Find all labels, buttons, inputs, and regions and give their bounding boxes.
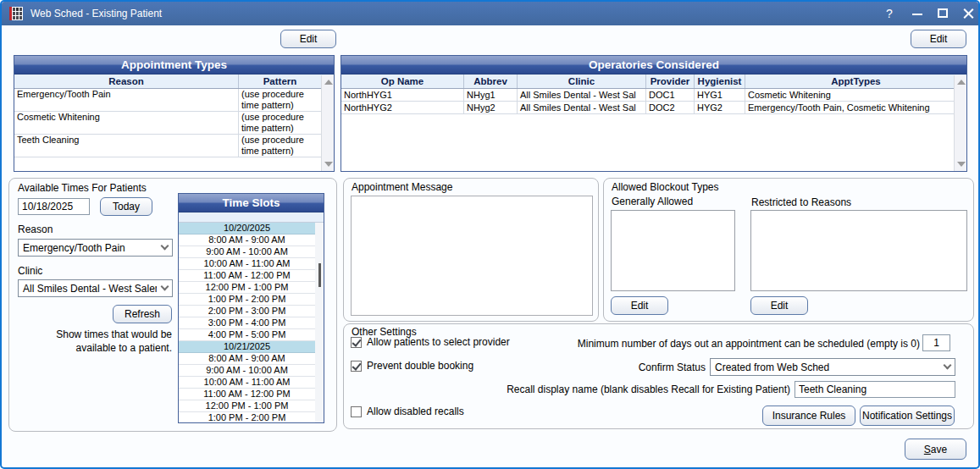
column-header-abbrev: Abbrev bbox=[464, 74, 518, 88]
prevent-double-booking-checkbox[interactable]: Prevent double booking bbox=[351, 360, 473, 372]
column-header-appttypes: ApptTypes bbox=[745, 74, 966, 88]
hygienist-cell: HYG2 bbox=[695, 102, 745, 113]
confirm-status-selected-value: Created from Web Sched bbox=[711, 361, 939, 373]
save-button[interactable]: Save bbox=[905, 439, 966, 460]
checkbox-label: Allow disabled recalls bbox=[367, 406, 464, 417]
column-header-pattern: Pattern bbox=[239, 74, 321, 88]
provider-cell: DOC2 bbox=[646, 102, 695, 113]
scroll-up-icon bbox=[324, 80, 333, 85]
available-times-title: Available Times For Patients bbox=[18, 182, 147, 194]
time-slot-row[interactable]: 9:00 AM - 10:00 AM bbox=[179, 365, 315, 377]
column-header-op-name: Op Name bbox=[341, 74, 464, 88]
recall-display-name-input[interactable] bbox=[795, 381, 955, 398]
chevron-down-icon bbox=[157, 246, 172, 249]
allowed-blockout-types-panel: Allowed Blockout Types Generally Allowed… bbox=[603, 178, 974, 322]
reason-selected-value: Emergency/Tooth Pain bbox=[19, 242, 157, 254]
time-slots-rows: 10/20/20258:00 AM - 9:00 AM9:00 AM - 10:… bbox=[179, 223, 324, 423]
generally-allowed-listbox[interactable] bbox=[611, 210, 735, 291]
appointment-type-row[interactable]: Emergency/Tooth Pain(use procedure time … bbox=[14, 89, 321, 112]
checkbox-label: Prevent double booking bbox=[367, 360, 473, 372]
time-slot-row[interactable]: 11:00 AM - 12:00 PM bbox=[179, 270, 315, 282]
clinic-selected-value: All Smiles Dental - West Salem bbox=[19, 283, 157, 295]
allow-disabled-recalls-checkbox[interactable]: Allow disabled recalls bbox=[351, 406, 464, 417]
help-button[interactable]: ? bbox=[878, 2, 900, 25]
column-header-hygienist: Hygienist bbox=[695, 74, 745, 88]
time-slots-grid: Time Slots 10/20/20258:00 AM - 9:00 AM9:… bbox=[178, 193, 324, 423]
time-slot-row[interactable]: 1:00 PM - 2:00 PM bbox=[179, 294, 315, 306]
op-name-cell: NorthHYG2 bbox=[341, 102, 464, 113]
window-title: Web Sched - Existing Patient bbox=[30, 2, 162, 25]
confirm-status-label: Confirm Status bbox=[621, 361, 706, 373]
scroll-down-icon bbox=[324, 162, 333, 167]
reason-select[interactable]: Emergency/Tooth Pain bbox=[18, 239, 173, 257]
available-times-hint: Show times that would be available to a … bbox=[18, 328, 172, 355]
time-slot-row[interactable]: 4:00 PM - 5:00 PM bbox=[179, 329, 315, 341]
reason-cell: Cosmetic Whitening bbox=[14, 112, 239, 134]
appointment-type-row[interactable]: Cosmetic Whitening(use procedure time pa… bbox=[14, 112, 321, 135]
scroll-down-icon bbox=[957, 162, 966, 167]
time-slot-row[interactable]: 1:00 PM - 2:00 PM bbox=[179, 412, 315, 423]
help-icon: ? bbox=[886, 7, 893, 20]
slot-date-row[interactable]: 10/21/2025 bbox=[179, 341, 315, 353]
operatory-row[interactable]: NorthHYG1NHyg1All Smiles Dental - West S… bbox=[341, 89, 954, 102]
time-slot-row[interactable]: 12:00 PM - 1:00 PM bbox=[179, 400, 315, 412]
date-input[interactable] bbox=[18, 198, 90, 215]
time-slot-row[interactable]: 10:00 AM - 11:00 AM bbox=[179, 377, 315, 389]
title-bar: Web Sched - Existing Patient ? bbox=[2, 2, 978, 25]
appttypes-cell: Emergency/Tooth Pain, Cosmetic Whitening bbox=[745, 102, 954, 113]
clinic-select[interactable]: All Smiles Dental - West Salem bbox=[18, 279, 173, 297]
appointment-message-textarea[interactable] bbox=[351, 196, 593, 316]
time-slot-row[interactable]: 8:00 AM - 9:00 AM bbox=[179, 234, 315, 246]
provider-cell: DOC1 bbox=[646, 89, 695, 101]
allow-select-provider-checkbox[interactable]: Allow patients to select provider bbox=[351, 336, 510, 348]
reason-cell: Teeth Cleaning bbox=[14, 135, 239, 157]
time-slot-row[interactable]: 8:00 AM - 9:00 AM bbox=[179, 353, 315, 365]
maximize-button[interactable] bbox=[932, 2, 954, 25]
checkbox-icon bbox=[351, 361, 362, 372]
time-slots-scrollbar[interactable] bbox=[315, 223, 324, 422]
edit-operatories-button[interactable]: Edit bbox=[911, 30, 966, 48]
refresh-button[interactable]: Refresh bbox=[113, 305, 172, 323]
abbrev-cell: NHyg1 bbox=[464, 89, 518, 101]
other-settings-panel: Other Settings Allow patients to select … bbox=[343, 323, 974, 429]
edit-generally-allowed-button[interactable]: Edit bbox=[611, 296, 668, 315]
time-slot-row[interactable]: 10:00 AM - 11:00 AM bbox=[179, 258, 315, 270]
time-slot-row[interactable]: 9:00 AM - 10:00 AM bbox=[179, 246, 315, 258]
min-days-input[interactable] bbox=[922, 334, 950, 351]
column-header-provider: Provider bbox=[646, 74, 695, 88]
slot-date-row[interactable]: 10/20/2025 bbox=[179, 223, 315, 234]
today-button[interactable]: Today bbox=[100, 197, 152, 216]
clinic-cell: All Smiles Dental - West Sal bbox=[518, 102, 646, 113]
appttypes-cell: Cosmetic Whitening bbox=[745, 89, 954, 101]
available-times-panel: Available Times For Patients Today Reaso… bbox=[8, 178, 337, 432]
hygienist-cell: HYG1 bbox=[695, 89, 745, 101]
time-slot-row[interactable]: 11:00 AM - 12:00 PM bbox=[179, 389, 315, 400]
notification-settings-button[interactable]: Notification Settings bbox=[860, 406, 955, 426]
time-slot-row[interactable]: 12:00 PM - 1:00 PM bbox=[179, 282, 315, 294]
appointment-message-title: Appointment Message bbox=[352, 181, 452, 193]
insurance-rules-button[interactable]: Insurance Rules bbox=[762, 406, 855, 426]
time-slot-row[interactable]: 3:00 PM - 4:00 PM bbox=[179, 317, 315, 329]
minimize-icon bbox=[912, 14, 922, 15]
appointment-type-row[interactable]: Teeth Cleaning(use procedure time patter… bbox=[14, 135, 321, 157]
minimize-button[interactable] bbox=[906, 2, 928, 25]
appointment-types-scrollbar[interactable] bbox=[321, 75, 334, 171]
op-name-cell: NorthHYG1 bbox=[341, 89, 464, 101]
scrollbar-thumb[interactable] bbox=[318, 263, 321, 287]
web-sched-existing-patient-window: Web Sched - Existing Patient ? Edit Edit… bbox=[0, 0, 980, 469]
time-slots-subheader bbox=[179, 212, 324, 223]
operatory-row[interactable]: NorthHYG2NHyg2All Smiles Dental - West S… bbox=[341, 102, 954, 114]
operatories-scrollbar[interactable] bbox=[954, 75, 966, 171]
generally-allowed-label: Generally Allowed bbox=[612, 196, 693, 207]
appointment-types-grid: Appointment Types Reason Pattern Emergen… bbox=[14, 55, 335, 172]
edit-restricted-button[interactable]: Edit bbox=[750, 296, 808, 315]
checkbox-label: Allow patients to select provider bbox=[367, 336, 510, 348]
confirm-status-select[interactable]: Created from Web Sched bbox=[710, 358, 955, 376]
min-days-label: Minimum number of days out an appointmen… bbox=[556, 338, 920, 350]
edit-appointment-types-button[interactable]: Edit bbox=[280, 30, 336, 48]
column-header-reason: Reason bbox=[14, 74, 239, 88]
close-button[interactable] bbox=[957, 2, 979, 25]
appointment-types-grid-title: Appointment Types bbox=[14, 56, 334, 74]
restricted-to-reasons-listbox[interactable] bbox=[750, 210, 967, 291]
time-slot-row[interactable]: 2:00 PM - 3:00 PM bbox=[179, 306, 315, 317]
